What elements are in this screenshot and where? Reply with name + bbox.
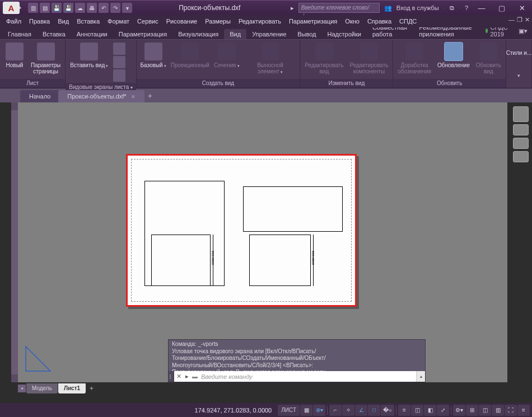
command-input[interactable]: Введите команду [199,373,416,380]
rtab-parametric[interactable]: Параметризация [113,29,172,39]
status-annoscale-icon[interactable]: �⟐ [381,405,394,416]
doctab-file[interactable]: Прокси-объекты.dxf*✕ [58,90,144,102]
menu-tools[interactable]: Сервис [134,16,162,26]
rtab-manage[interactable]: Управление [246,29,292,39]
new-layout-button[interactable]: Новый [2,41,27,79]
qat-open-icon[interactable]: ▤ [40,3,50,13]
cmd-drag-handle-icon[interactable] [169,371,174,382]
status-lineweight-icon[interactable]: ≡ [398,405,410,416]
menu-format[interactable]: Формат [104,16,133,26]
page-setup-button[interactable]: Параметры страницы [29,41,63,79]
navbar-zoom-icon[interactable] [513,138,529,149]
menu-spds[interactable]: СПДС [396,16,420,26]
doctab-add-button[interactable]: + [143,90,157,102]
qat-undo-icon[interactable]: ↶ [99,3,109,13]
menu-file[interactable]: Файл [3,16,25,26]
infocenter-search-input[interactable]: Введите ключевое слово/фразу [298,3,380,13]
menu-dimension[interactable]: Размеры [202,16,234,26]
page-setup-icon [37,43,55,60]
status-sep [327,406,328,415]
vp-clip-icon[interactable] [113,56,125,68]
navbar-pan-icon[interactable] [513,124,529,135]
qat-save-icon[interactable]: 💾 [52,3,62,13]
qat-cloud-icon[interactable]: ☁ [75,3,85,13]
auto-update-button[interactable]: Обновление [435,41,472,79]
help-icon[interactable]: ? [465,4,468,11]
page-setup-label: Параметры страницы [31,62,60,74]
vp-rect-icon[interactable] [113,43,125,55]
status-space-toggle[interactable]: ЛИСТ [278,405,300,416]
panel-styles-label: Стили и... [506,50,532,56]
rtab-visualize[interactable]: Визуализация [172,29,224,39]
panel-styles[interactable]: Стили и... ▾ [506,40,532,88]
insert-view-icon [80,43,98,60]
insert-view-button[interactable]: Вставить вид [68,41,110,83]
auto-update-label: Обновление [437,62,470,68]
rtab-annotate[interactable]: Аннотации [71,29,113,39]
maximize-button[interactable]: ▢ [492,1,512,16]
doc-restore-icon[interactable]: ❐ [517,16,522,24]
status-grid-icon[interactable]: ▦ [300,405,312,416]
minimize-button[interactable]: — [472,1,492,16]
app-menu-badge[interactable]: A [3,2,20,14]
menu-modify[interactable]: Редактировать [235,16,284,26]
doctab-start[interactable]: Начало [20,90,59,102]
viewcube-icon[interactable] [513,106,529,122]
qat-dropdown-icon[interactable]: ▾ [122,3,132,13]
status-osnap-icon[interactable]: □ [368,405,380,416]
exchange-icon[interactable]: ⧉ [450,4,454,12]
layout-tab-sheet1[interactable]: Лист1 [58,383,86,393]
qat-saveas-icon[interactable]: 💾 [63,3,73,13]
rtab-view[interactable]: Вид [224,29,246,39]
cmd-line: Тонирование/Блокировать/СОздать/Именован… [172,355,422,362]
ribbon-collapse-icon[interactable]: ▣▾ [519,27,528,35]
panel-create-label: Создать вид [137,79,300,88]
qat-redo-icon[interactable]: ↷ [110,3,120,13]
close-button[interactable]: ✕ [512,1,532,16]
status-qprops-icon[interactable]: ▥ [492,405,504,416]
status-monitor-icon[interactable]: ⊞ [466,405,478,416]
menu-draw[interactable]: Рисование [163,16,200,26]
title-bar: A ▥ ▤ 💾 💾 ☁ 🖶 ↶ ↷ ▾ Прокси-объекты.dxf ▸… [0,0,532,15]
status-snap-icon[interactable]: ⊕▾ [313,405,325,416]
rtab-insert[interactable]: Вставка [37,29,71,39]
cmd-recent-dropdown-icon[interactable]: ▴ [416,371,425,382]
status-custom-icon[interactable]: ≡ [517,405,530,416]
ucs-icon[interactable] [22,343,54,377]
rtab-addins[interactable]: Надстройки [322,29,367,39]
rtab-output[interactable]: Вывод [292,29,321,39]
qat-new-icon[interactable]: ▥ [28,3,38,13]
doc-minimize-icon[interactable]: — [508,16,515,24]
doc-close-icon[interactable]: ✕ [525,16,530,24]
layout-tab-add-button[interactable]: + [86,385,97,392]
menu-edit[interactable]: Правка [26,16,53,26]
qat-plot-icon[interactable]: 🖶 [87,3,97,13]
menu-insert[interactable]: Вставка [73,16,103,26]
status-scale-icon[interactable]: ⤢ [437,405,449,416]
status-ws-icon[interactable]: ⚙▾ [453,405,465,416]
lt-nav-back-icon[interactable]: ◂ [18,385,26,392]
menu-help[interactable]: Справка [364,16,395,26]
panel-edit-label: Изменить вид [300,79,393,88]
status-trans-icon[interactable]: ◫ [411,405,423,416]
command-window[interactable]: Команда: _-vports Угловая точка видового… [168,339,426,382]
cmd-close-icon[interactable]: ✕ [174,373,183,380]
vp-lock-icon[interactable] [113,69,125,82]
layout-tab-model[interactable]: Модель [26,383,58,393]
menu-view[interactable]: Вид [54,16,72,26]
menu-parametric[interactable]: Параметризация [286,16,340,26]
status-polar-icon[interactable]: ✧ [342,405,354,416]
status-bar: 174.9247, 271.0283, 0.0000 ЛИСТ ▦ ⊕▾ ⌐ ✧… [0,403,532,417]
status-units-icon[interactable]: ◫ [479,405,491,416]
doctab-close-icon[interactable]: ✕ [131,94,136,100]
status-cycle-icon[interactable]: ◧ [424,405,436,416]
status-ortho-icon[interactable]: ⌐ [329,405,342,416]
left-scrollbar[interactable] [11,102,18,382]
menu-window[interactable]: Окно [342,16,363,26]
signin-link[interactable]: Вход в службы [396,4,439,11]
base-view-button[interactable]: Базовый [139,41,168,79]
rtab-home[interactable]: Главная [2,29,37,39]
status-clean-icon[interactable]: ⛶ [505,405,517,416]
status-isodraft-icon[interactable]: ∠ [355,405,367,416]
navbar-orbit-icon[interactable] [513,151,529,162]
